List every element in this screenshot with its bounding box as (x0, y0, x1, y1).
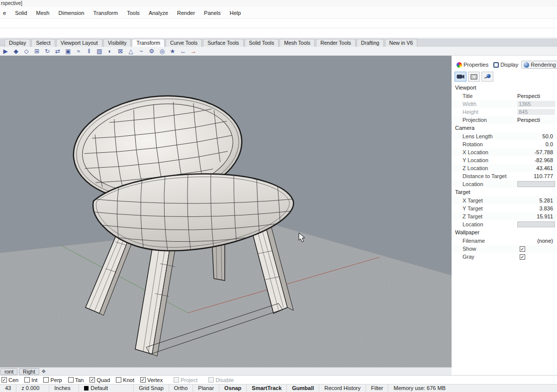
copy-icon[interactable]: ◇ (22, 47, 31, 55)
splop-icon[interactable]: ★ (168, 47, 177, 55)
smooth-icon[interactable]: ⚙ (147, 47, 156, 55)
panel-tab-display[interactable]: Display (491, 61, 520, 68)
prop-row-target-location[interactable]: Location (452, 220, 557, 228)
vertex-checkbox[interactable]: ✓ (140, 377, 146, 383)
tab-new-in-v6[interactable]: New in V6 (385, 39, 418, 47)
twist-icon[interactable]: ⊠ (116, 47, 125, 55)
prop-row-projection[interactable]: Projection Perspecti (452, 116, 557, 124)
osnap-knot[interactable]: ✓ Knot (116, 377, 134, 383)
menu-item-mesh[interactable]: Mesh (32, 8, 54, 17)
menu-item-analyze[interactable]: Analyze (144, 8, 173, 17)
camera-settings-button[interactable] (481, 72, 493, 82)
osnap-toggle[interactable]: Osnap (219, 385, 247, 392)
osnap-project[interactable]: ✓ Project (174, 377, 197, 383)
command-prompt-line[interactable] (0, 28, 557, 38)
gray-checkbox[interactable]: ✓ (520, 254, 525, 260)
select-arrow-icon[interactable]: ▶ (1, 47, 10, 55)
move-icon[interactable]: ◆ (11, 47, 20, 55)
menu-item-transform[interactable]: Transform (89, 8, 122, 17)
units-display[interactable]: Inches (49, 385, 79, 392)
display-mode-button[interactable] (468, 72, 480, 82)
prop-row-y-location[interactable]: Y Location -82.968 (452, 156, 557, 164)
cage-edit-icon[interactable]: ▣ (64, 47, 73, 55)
layer-selector[interactable]: Default (79, 385, 134, 392)
viewport-properties-button[interactable] (455, 72, 466, 82)
taper-icon[interactable]: ▧ (95, 47, 104, 55)
record-history-toggle[interactable]: Record History (319, 385, 366, 392)
disable-checkbox[interactable]: ✓ (208, 377, 214, 383)
viewport-pan-icon[interactable]: ✥ (41, 369, 47, 374)
bend-icon[interactable]: △ (126, 47, 135, 55)
menu-item-panels[interactable]: Panels (199, 8, 225, 17)
prop-row-z-location[interactable]: Z Location 43.461 (452, 164, 557, 172)
tab-curve-tools[interactable]: Curve Tools (166, 39, 202, 47)
prop-row-rotation[interactable]: Rotation 0.0 (452, 140, 557, 148)
menu-item-dimension[interactable]: Dimension (54, 8, 89, 17)
prop-row-distance-to-target[interactable]: Distance to Target 110.777 (452, 172, 557, 180)
menu-item-help[interactable]: Help (225, 8, 246, 17)
set-points-icon[interactable]: ◎ (158, 47, 167, 55)
tab-drafting[interactable]: Drafting (357, 39, 384, 47)
shear-icon[interactable]: ‖ (85, 47, 93, 55)
command-area[interactable] (0, 19, 557, 38)
tab-select[interactable]: Select (31, 39, 55, 47)
prop-row-gray[interactable]: Gray ✓ (452, 253, 557, 261)
tan-checkbox[interactable]: ✓ (68, 377, 74, 383)
panel-tab-properties[interactable]: Properties (455, 61, 490, 68)
tab-viewport-layout[interactable]: Viewport Layout (56, 39, 102, 47)
osnap-vertex[interactable]: ✓ Vertex (140, 377, 163, 383)
show-checkbox[interactable]: ✓ (520, 246, 525, 252)
scale-icon[interactable]: ↔ (179, 47, 187, 55)
prop-row-z-target[interactable]: Z Target 15.911 (452, 212, 557, 220)
rotate-icon[interactable]: ↻ (43, 47, 52, 55)
tab-surface-tools[interactable]: Surface Tools (203, 39, 243, 47)
prop-row-x-location[interactable]: X Location -57.788 (452, 148, 557, 156)
planar-toggle[interactable]: Planar (193, 385, 219, 392)
osnap-disable[interactable]: ✓ Disable (208, 377, 234, 383)
grid-snap-toggle[interactable]: Grid Snap (134, 385, 169, 392)
array-icon[interactable]: ⊞ (32, 47, 41, 55)
osnap-int[interactable]: ✓ Int (24, 377, 37, 383)
menu-item-tools[interactable]: Tools (122, 8, 144, 17)
viewport-tab-front[interactable]: ront (0, 368, 17, 375)
smarttrack-toggle[interactable]: SmartTrack (247, 385, 287, 392)
stretch-icon[interactable]: ~ (137, 47, 146, 55)
int-checkbox[interactable]: ✓ (24, 377, 30, 383)
location-button[interactable] (517, 181, 555, 187)
prop-row-title[interactable]: Title Perspecti (452, 92, 557, 100)
osnap-cen[interactable]: ✓ Cen (1, 377, 18, 383)
perspective-viewport[interactable] (0, 56, 452, 367)
viewport-tab-right[interactable]: Right (19, 368, 39, 375)
prop-row-x-target[interactable]: X Target 5.281 (452, 196, 557, 204)
tab-solid-tools[interactable]: Solid Tools (245, 39, 279, 47)
quad-checkbox[interactable]: ✓ (90, 377, 95, 383)
gumball-toggle[interactable]: Gumball (287, 385, 319, 392)
menu-item-render[interactable]: Render (173, 8, 199, 17)
prop-row-camera-location[interactable]: Location (452, 180, 557, 188)
mirror-icon[interactable]: ⇄ (53, 47, 62, 55)
prop-row-show[interactable]: Show ✓ (452, 245, 557, 253)
prop-row-y-target[interactable]: Y Target 3.836 (452, 204, 557, 212)
osnap-tan[interactable]: ✓ Tan (68, 377, 84, 383)
flow-icon[interactable]: ≈ (74, 47, 83, 55)
filter-toggle[interactable]: Filter (366, 385, 388, 392)
tab-mesh-tools[interactable]: Mesh Tools (279, 39, 315, 47)
project-checkbox[interactable]: ✓ (174, 377, 179, 383)
perp-checkbox[interactable]: ✓ (43, 377, 49, 383)
tab-visibility[interactable]: Visibility (103, 39, 131, 47)
osnap-quad[interactable]: ✓ Quad (90, 377, 110, 383)
ortho-toggle[interactable]: Ortho (169, 385, 193, 392)
menu-item-solid[interactable]: Solid (10, 8, 31, 17)
menu-item-surface-partial[interactable]: e (0, 8, 10, 17)
tab-display[interactable]: Display (4, 39, 30, 47)
osnap-perp[interactable]: ✓ Perp (43, 377, 62, 383)
knot-checkbox[interactable]: ✓ (116, 377, 121, 383)
cen-checkbox[interactable]: ✓ (1, 377, 7, 383)
prop-row-filename[interactable]: Filename (none) (452, 237, 557, 245)
project-icon[interactable]: → (189, 47, 198, 55)
location-button[interactable] (517, 221, 555, 227)
orient-icon[interactable]: ◐ (105, 47, 114, 55)
prop-row-lens-length[interactable]: Lens Length 50.0 (452, 132, 557, 140)
panel-tab-rendering[interactable]: Rendering (521, 61, 557, 69)
tab-render-tools[interactable]: Render Tools (316, 39, 356, 47)
